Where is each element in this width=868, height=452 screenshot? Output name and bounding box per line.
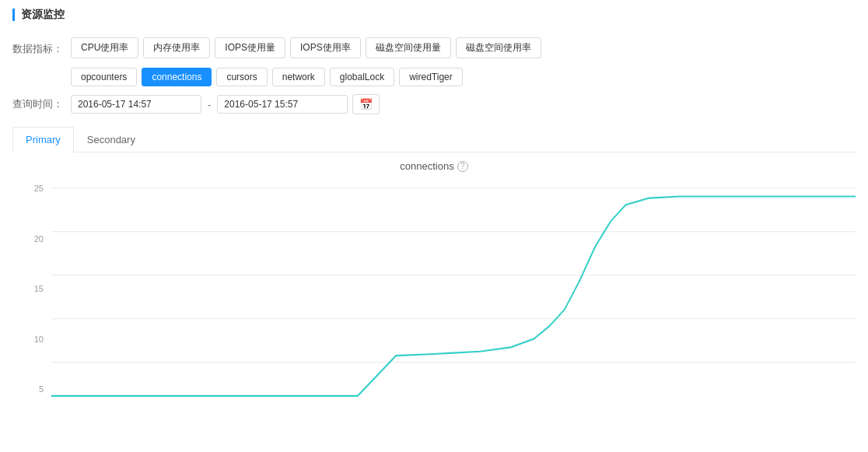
time-label: 查询时间： (12, 97, 63, 111)
metric-btn-mem[interactable]: 内存使用率 (143, 37, 210, 58)
metric-btn-cursors[interactable]: cursors (216, 68, 267, 86)
y-label: 25 (12, 184, 44, 193)
section-title: 资源监控 (12, 8, 856, 25)
y-label: 10 (12, 335, 44, 344)
tab-primary[interactable]: Primary (12, 127, 74, 152)
metric-btn-globallock[interactable]: globalLock (330, 68, 394, 86)
metric-btn-network[interactable]: network (272, 68, 325, 86)
time-start-input[interactable] (71, 95, 201, 114)
metric-btn-connections[interactable]: connections (142, 68, 212, 86)
help-icon[interactable]: ? (457, 161, 468, 172)
chart-wrapper: 252015105 (12, 180, 856, 398)
chart-title: connections ? (12, 160, 856, 172)
time-separator: - (208, 99, 211, 110)
metric-btn-disk-usage[interactable]: 磁盘空间使用量 (366, 37, 451, 58)
y-label: 20 (12, 234, 44, 244)
chart-title-text: connections (400, 160, 453, 172)
metric-btn-wiredtiger[interactable]: wiredTiger (399, 68, 463, 86)
time-row: 查询时间： - 📅 (12, 94, 856, 114)
time-end-input[interactable] (217, 95, 348, 114)
metrics-label: 数据指标： (12, 42, 63, 56)
metrics-buttons-wrapper: CPU使用率内存使用率IOPS使用量IOPS使用率磁盘空间使用量磁盘空间使用率o… (71, 37, 856, 86)
y-axis: 252015105 (12, 180, 44, 398)
y-label: 5 (12, 384, 44, 394)
metric-btn-disk-rate[interactable]: 磁盘空间使用率 (456, 37, 541, 58)
chart-area: connections ? 252015105 (12, 152, 856, 405)
y-label: 15 (12, 284, 44, 293)
metric-btn-opcounters[interactable]: opcounters (71, 68, 137, 86)
line-chart (51, 180, 856, 398)
page-title: 资源监控 (21, 8, 65, 22)
metrics-row: 数据指标： CPU使用率内存使用率IOPS使用量IOPS使用率磁盘空间使用量磁盘… (12, 37, 856, 86)
metric-btn-iops-usage[interactable]: IOPS使用量 (215, 37, 285, 58)
calendar-button[interactable]: 📅 (352, 94, 380, 114)
metric-btn-iops-rate[interactable]: IOPS使用率 (290, 37, 361, 58)
metric-btn-cpu[interactable]: CPU使用率 (71, 37, 138, 58)
page-container: 资源监控 数据指标： CPU使用率内存使用率IOPS使用量IOPS使用率磁盘空间… (0, 0, 868, 413)
tabs-container: PrimarySecondary (12, 127, 856, 152)
tab-secondary[interactable]: Secondary (74, 127, 149, 152)
